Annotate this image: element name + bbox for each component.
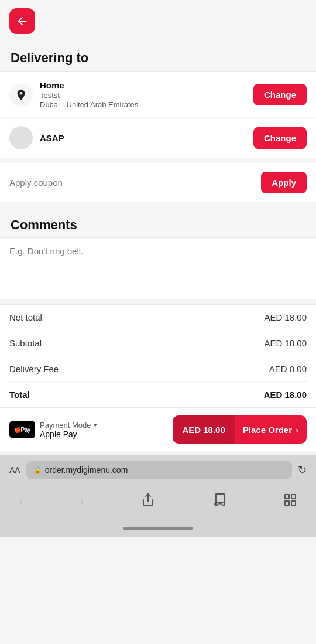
- time-info: ASAP: [40, 133, 253, 143]
- total-value: AED 18.00: [264, 390, 307, 400]
- top-bar: [0, 0, 316, 39]
- back-nav-button[interactable]: ‹: [14, 492, 28, 512]
- aa-button[interactable]: AA: [9, 465, 20, 475]
- comments-title: Comments: [0, 212, 316, 237]
- bottom-bar: 🍎Pay Payment Mode ▾ Apple Pay AED 18.00 …: [0, 408, 316, 451]
- delivery-fee-label: Delivery Fee: [9, 364, 59, 374]
- comments-section: Comments: [0, 207, 316, 299]
- comments-textarea-wrap: [0, 237, 316, 299]
- chevron-right-icon: ›: [296, 425, 298, 435]
- forward-nav-button[interactable]: ›: [75, 492, 89, 512]
- place-order-text: Place Order: [243, 425, 292, 435]
- bookmarks-button[interactable]: [208, 490, 231, 513]
- apple-pay-icon: 🍎Pay: [9, 421, 35, 438]
- location-icon: [15, 88, 28, 101]
- time-icon-wrap: [9, 126, 33, 149]
- address-row: Home Testst Dubai - United Arab Emirates…: [0, 72, 316, 118]
- page-content: Delivering to Home Testst Dubai - United…: [0, 39, 316, 451]
- address-sub1: Testst: [40, 91, 253, 100]
- address-name: Home: [40, 80, 253, 90]
- time-row: ASAP Change: [0, 118, 316, 158]
- subtotal-row: Subtotal AED 18.00: [9, 330, 307, 356]
- reload-button[interactable]: ↻: [298, 464, 307, 476]
- svg-rect-2: [291, 495, 296, 499]
- total-label: Total: [9, 390, 30, 400]
- url-text: order.mydigimenu.com: [45, 465, 128, 475]
- back-button[interactable]: [9, 8, 35, 34]
- net-total-label: Net total: [9, 312, 42, 322]
- chevron-down-icon: ▾: [94, 421, 97, 429]
- svg-rect-1: [285, 495, 289, 499]
- svg-rect-4: [285, 501, 289, 505]
- svg-rect-3: [291, 501, 296, 505]
- apple-pay-logo: 🍎Pay: [14, 427, 30, 433]
- place-order-amount: AED 18.00: [173, 415, 234, 444]
- address-info: Home Testst Dubai - United Arab Emirates: [40, 80, 253, 109]
- apply-coupon-button[interactable]: Apply: [261, 172, 307, 193]
- subtotal-label: Subtotal: [9, 338, 42, 348]
- coupon-input[interactable]: [9, 178, 261, 188]
- total-row: Total AED 18.00: [9, 382, 307, 407]
- address-change-button[interactable]: Change: [253, 84, 307, 105]
- home-indicator: [0, 522, 316, 537]
- totals-card: Net total AED 18.00 Subtotal AED 18.00 D…: [0, 304, 316, 408]
- address-sub2: Dubai - United Arab Emirates: [40, 100, 253, 109]
- coupon-row: Apply: [0, 163, 316, 202]
- browser-nav: ‹ ›: [0, 485, 316, 522]
- time-label: ASAP: [40, 133, 253, 143]
- location-icon-wrap: [9, 83, 33, 107]
- tabs-button[interactable]: [279, 490, 302, 513]
- place-order-label: Place Order ›: [235, 415, 307, 444]
- payment-method[interactable]: 🍎Pay Payment Mode ▾ Apple Pay: [9, 421, 97, 439]
- net-total-row: Net total AED 18.00: [9, 305, 307, 330]
- browser-bar: AA 🔒 order.mydigimenu.com ↻: [0, 455, 316, 485]
- share-button[interactable]: [136, 490, 160, 513]
- payment-name: Apple Pay: [40, 430, 97, 439]
- address-card: Home Testst Dubai - United Arab Emirates…: [0, 71, 316, 158]
- lock-icon: 🔒: [33, 466, 42, 474]
- comments-textarea[interactable]: [0, 238, 316, 297]
- net-total-value: AED 18.00: [264, 312, 307, 322]
- time-change-button[interactable]: Change: [253, 127, 307, 149]
- delivery-fee-value: AED 0.00: [269, 364, 307, 374]
- delivery-fee-row: Delivery Fee AED 0.00: [9, 356, 307, 382]
- url-bar[interactable]: 🔒 order.mydigimenu.com: [26, 461, 292, 479]
- subtotal-value: AED 18.00: [264, 338, 307, 348]
- payment-info: Payment Mode ▾ Apple Pay: [40, 421, 97, 439]
- payment-mode-label: Payment Mode: [40, 421, 91, 430]
- place-order-button[interactable]: AED 18.00 Place Order ›: [173, 415, 307, 444]
- home-indicator-bar: [123, 527, 193, 530]
- section-title-delivering: Delivering to: [0, 43, 316, 71]
